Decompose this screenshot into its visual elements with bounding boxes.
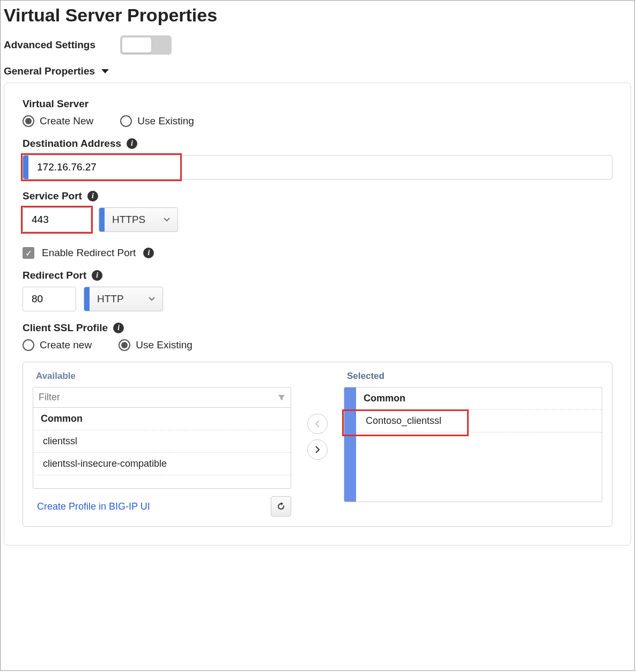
destination-address-input-wrap — [23, 155, 612, 180]
info-icon[interactable]: i — [127, 138, 137, 149]
advanced-settings-toggle[interactable] — [120, 35, 172, 55]
list-group-header: Common — [33, 408, 291, 430]
destination-address-label: Destination Address — [23, 138, 121, 150]
chevron-down-icon — [156, 218, 178, 222]
select-value: HTTP — [90, 293, 141, 305]
destination-address-input[interactable] — [28, 155, 612, 179]
enable-redirect-checkbox[interactable]: ✓ — [23, 247, 34, 259]
info-icon[interactable]: i — [143, 248, 154, 258]
refresh-button[interactable] — [271, 496, 291, 517]
available-header: Available — [36, 371, 291, 382]
redirect-port-input-wrap — [23, 287, 76, 311]
selected-header: Selected — [347, 371, 602, 382]
radio-icon — [23, 115, 34, 127]
radio-label: Use Existing — [137, 115, 194, 127]
selected-list-box: Common Contoso_clientssl — [344, 387, 602, 502]
select-value: HTTPS — [105, 214, 156, 226]
radio-icon — [23, 339, 34, 351]
filter-input[interactable] — [33, 387, 272, 407]
move-left-button[interactable] — [307, 414, 328, 434]
radio-label: Create new — [40, 339, 92, 351]
redirect-port-protocol-select[interactable]: HTTP — [84, 287, 163, 311]
service-port-input[interactable] — [23, 208, 91, 232]
page-title: Virtual Server Properties — [4, 5, 634, 26]
list-item[interactable]: clientssl-insecure-compatible — [33, 453, 291, 475]
radio-label: Use Existing — [136, 339, 193, 351]
chevron-down-icon — [101, 69, 109, 73]
move-right-button[interactable] — [307, 439, 328, 460]
available-list-box: Common clientssl clientssl-insecure-comp… — [33, 387, 291, 489]
section-title: General Properties — [4, 65, 95, 77]
radio-label: Create New — [40, 115, 93, 127]
radio-icon — [119, 339, 130, 351]
selected-list[interactable]: Common Contoso_clientssl — [356, 387, 602, 502]
available-list[interactable]: Common clientssl clientssl-insecure-comp… — [33, 408, 291, 488]
radio-use-existing-ssl[interactable]: Use Existing — [119, 339, 193, 351]
advanced-settings-label: Advanced Settings — [4, 39, 95, 51]
list-item[interactable]: Contoso_clientssl — [356, 410, 602, 432]
general-properties-header[interactable]: General Properties — [4, 65, 634, 77]
info-icon[interactable]: i — [92, 270, 102, 281]
radio-use-existing-vs[interactable]: Use Existing — [120, 115, 194, 127]
create-profile-link[interactable]: Create Profile in BIG-IP UI — [37, 501, 150, 512]
service-port-label: Service Port — [23, 190, 82, 202]
redirect-port-input[interactable] — [23, 287, 76, 311]
service-port-input-wrap — [23, 207, 91, 232]
list-item[interactable]: clientssl — [33, 430, 291, 453]
enable-redirect-label: Enable Redirect Port — [42, 247, 136, 259]
filter-icon[interactable] — [272, 394, 291, 401]
virtual-server-label: Virtual Server — [23, 98, 612, 110]
ssl-profile-dual-list: Available Common clientssl clientssl-ins… — [23, 362, 612, 527]
info-icon[interactable]: i — [87, 191, 98, 201]
chevron-down-icon — [141, 297, 162, 301]
general-properties-panel: Virtual Server Create New Use Existing D… — [4, 83, 631, 546]
radio-create-new-ssl[interactable]: Create new — [23, 339, 92, 351]
list-group-header: Common — [356, 387, 602, 410]
service-port-protocol-select[interactable]: HTTPS — [99, 207, 178, 232]
info-icon[interactable]: i — [113, 323, 124, 333]
radio-icon — [120, 115, 132, 127]
client-ssl-profile-label: Client SSL Profile — [23, 322, 108, 334]
redirect-port-label: Redirect Port — [23, 270, 86, 281]
radio-create-new-vs[interactable]: Create New — [23, 115, 93, 127]
